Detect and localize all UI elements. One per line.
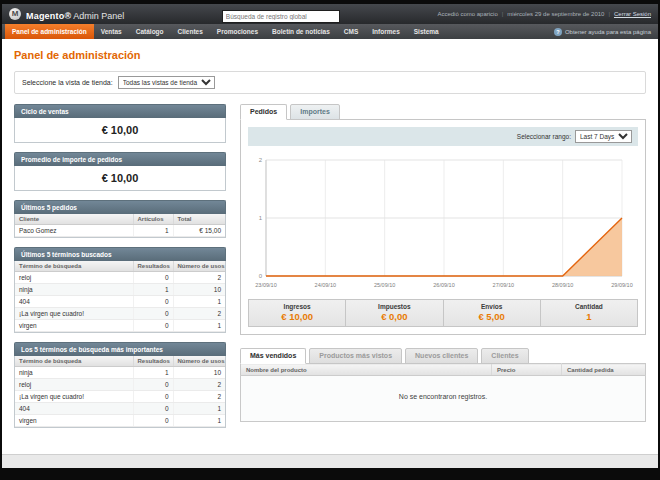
svg-text:29/09/10: 29/09/10: [611, 282, 632, 288]
search-term-row[interactable]: 40401: [15, 296, 225, 308]
stat-label: Cantidad: [541, 303, 637, 310]
range-select[interactable]: Last 7 Days: [575, 130, 632, 143]
lifetime-sales-value: € 10,00: [15, 118, 225, 142]
svg-text:0: 0: [259, 273, 263, 279]
lifetime-sales-box: Ciclo de ventas € 10,00: [14, 104, 226, 143]
last-search-terms-table: Término de búsqueda Resultados Número de…: [15, 261, 225, 332]
nav-item-catalogo[interactable]: Catálogo: [129, 24, 171, 39]
range-label: Seleccionar rango:: [517, 133, 571, 140]
order-total: € 15,00: [173, 225, 225, 237]
chart-tabs: Pedidos Importes: [240, 104, 646, 120]
stat-value: € 10,00: [249, 311, 345, 322]
dashboard-columns: Ciclo de ventas € 10,00 Promedio de impo…: [14, 104, 646, 437]
dashboard-sidebar: Ciclo de ventas € 10,00 Promedio de impo…: [14, 104, 226, 437]
tab-nuevos-clientes[interactable]: Nuevos clientes: [405, 348, 478, 364]
account-info: Accedió como aparicio | miércoles 29 de …: [437, 11, 651, 17]
tab-mas-vendidos[interactable]: Más vendidos: [240, 348, 306, 364]
stat-ingresos: Ingresos € 10,00: [249, 300, 345, 326]
svg-text:27/09/10: 27/09/10: [493, 282, 514, 288]
admin-page: M Magento®Admin Panel Accedió como apari…: [2, 4, 658, 468]
order-row[interactable]: Paco Gomez 1 € 15,00: [15, 225, 225, 237]
store-view-label: Seleccione la vista de tienda:: [22, 79, 113, 86]
svg-text:25/09/10: 25/09/10: [374, 282, 395, 288]
tab-mas-vistos[interactable]: Productos más vistos: [309, 348, 402, 364]
box-title: Promedio de importe de pedidos: [14, 152, 226, 166]
products-tabs: Más vendidos Productos más vistos Nuevos…: [240, 348, 646, 364]
average-orders-value: € 10,00: [15, 166, 225, 190]
nav-item-dashboard[interactable]: Panel de administración: [5, 24, 94, 39]
top-search-terms-box: Los 5 términos de búsqueda más important…: [14, 342, 226, 428]
tab-clientes[interactable]: Clientes: [481, 348, 528, 364]
stat-label: Impuestos: [346, 303, 442, 310]
nav-item-cms[interactable]: CMS: [337, 24, 365, 39]
logged-in-as: Accedió como aparicio: [437, 11, 497, 17]
screen: M Magento®Admin Panel Accedió como apari…: [0, 0, 660, 480]
col-header: Resultados: [133, 261, 173, 272]
nav-item-promociones[interactable]: Promociones: [210, 24, 265, 39]
last-search-terms-box: Últimos 5 términos buscados Término de b…: [14, 247, 226, 333]
page-help-link[interactable]: ? Obtener ayuda para esta página: [554, 24, 655, 39]
col-header: Número de usos: [173, 356, 225, 367]
search-term-row[interactable]: 40401: [15, 403, 225, 415]
search-term-row[interactable]: ninja110: [15, 284, 225, 296]
current-date: miércoles 29 de septiembre de 2010: [507, 11, 604, 17]
search-term-row[interactable]: virgen01: [15, 320, 225, 332]
stat-cantidad: Cantidad 1: [540, 300, 637, 326]
svg-text:26/09/10: 26/09/10: [433, 282, 454, 288]
stat-envios: Envíos € 5,00: [443, 300, 540, 326]
tab-importes[interactable]: Importes: [290, 104, 340, 120]
store-view-select[interactable]: Todas las vistas de tienda: [118, 76, 215, 89]
svg-text:1: 1: [259, 215, 263, 221]
stat-value: € 5,00: [444, 311, 540, 322]
nav-item-ventas[interactable]: Ventas: [94, 24, 129, 39]
page-title: Panel de administración: [14, 49, 646, 61]
stat-label: Envíos: [444, 303, 540, 310]
search-term-row[interactable]: ninja110: [15, 367, 225, 379]
logout-link[interactable]: Cerrar Sesión: [614, 11, 651, 17]
col-header: Número de usos: [173, 261, 225, 272]
global-search-input[interactable]: [222, 10, 340, 23]
svg-text:2: 2: [259, 157, 263, 163]
search-term-row[interactable]: virgen01: [15, 415, 225, 427]
order-customer: Paco Gomez: [15, 225, 133, 237]
nav-item-informes[interactable]: Informes: [365, 24, 406, 39]
box-title: Últimos 5 términos buscados: [14, 247, 226, 261]
search-term-row[interactable]: reloj02: [15, 272, 225, 284]
col-header: Artículos: [133, 214, 173, 225]
global-search: [222, 5, 340, 23]
separator: |: [502, 11, 504, 17]
dashboard-main: Pedidos Importes Seleccionar rango: Last…: [240, 104, 646, 422]
main-nav: Panel de administración Ventas Catálogo …: [2, 24, 658, 39]
nav-item-sistema[interactable]: Sistema: [407, 24, 446, 39]
search-term-row[interactable]: ¡La virgen que cuadro!02: [15, 308, 225, 320]
box-title: Los 5 términos de búsqueda más important…: [14, 342, 226, 356]
col-header: Término de búsqueda: [15, 356, 133, 367]
store-view-switcher: Seleccione la vista de tienda: Todas las…: [14, 71, 646, 94]
col-header: Término de búsqueda: [15, 261, 133, 272]
stat-value: € 0,00: [346, 311, 442, 322]
last-orders-box: Últimos 5 pedidos Cliente Artículos Tota…: [14, 200, 226, 238]
col-header: Total: [173, 214, 225, 225]
separator: |: [608, 11, 610, 17]
col-header-qty: Cantidad pedida: [562, 364, 646, 376]
header-bar: M Magento®Admin Panel Accedió como apari…: [2, 4, 658, 24]
search-term-row[interactable]: ¡La virgen que cuadro!02: [15, 391, 225, 403]
nav-item-clientes[interactable]: Clientes: [171, 24, 210, 39]
search-term-row[interactable]: reloj02: [15, 379, 225, 391]
brand-name: Magento®: [26, 11, 71, 21]
box-title: Ciclo de ventas: [14, 104, 226, 118]
tab-pedidos[interactable]: Pedidos: [240, 104, 287, 120]
empty-grid-message: No se encontraron registros.: [241, 376, 646, 422]
last-orders-table: Cliente Artículos Total Paco Gomez 1: [15, 214, 225, 237]
svg-text:28/09/10: 28/09/10: [552, 282, 573, 288]
magento-logo-icon[interactable]: M: [9, 8, 21, 20]
average-orders-box: Promedio de importe de pedidos € 10,00: [14, 152, 226, 191]
footer-bar: [2, 454, 658, 468]
col-header-price: Precio: [492, 364, 562, 376]
content-area: Panel de administración Seleccione la vi…: [2, 39, 658, 454]
range-bar: Seleccionar rango: Last 7 Days: [248, 127, 638, 146]
orders-chart: 01223/09/1024/09/1025/09/1026/09/1027/09…: [248, 146, 638, 292]
nav-item-boletin[interactable]: Boletín de noticias: [265, 24, 337, 39]
help-icon: ?: [554, 28, 562, 36]
svg-text:23/09/10: 23/09/10: [255, 282, 276, 288]
